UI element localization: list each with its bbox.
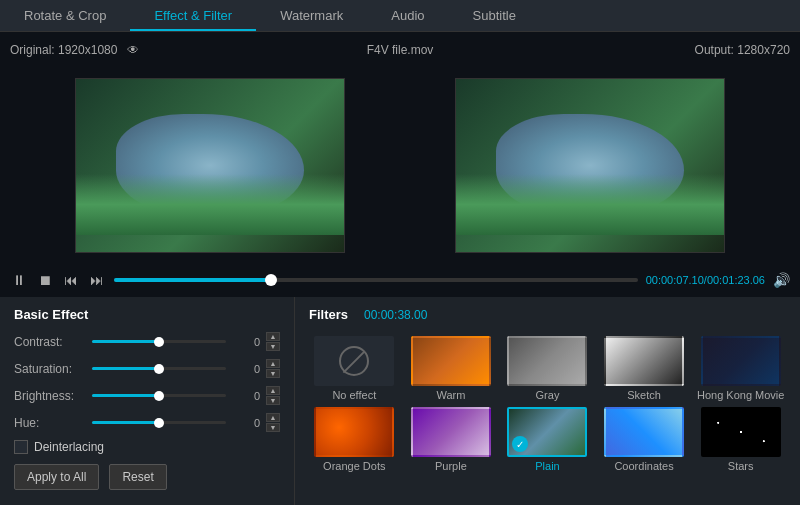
action-buttons: Apply to All Reset bbox=[14, 464, 280, 490]
filter-grid: No effect Warm Gray Sketch Hong Kong Mov… bbox=[309, 336, 786, 472]
brightness-thumb bbox=[154, 391, 164, 401]
saturation-slider[interactable] bbox=[92, 367, 226, 370]
filter-label-coordinates: Coordinates bbox=[614, 460, 673, 472]
apply-to-all-button[interactable]: Apply to All bbox=[14, 464, 99, 490]
saturation-fill bbox=[92, 367, 159, 370]
filter-label-plain: Plain bbox=[535, 460, 559, 472]
hue-label: Hue: bbox=[14, 416, 86, 430]
prev-button[interactable]: ⏮ bbox=[62, 270, 80, 290]
filter-thumb-orange-dots bbox=[314, 407, 394, 457]
tab-audio[interactable]: Audio bbox=[367, 2, 448, 31]
contrast-thumb bbox=[154, 337, 164, 347]
pause-button[interactable]: ⏸ bbox=[10, 270, 28, 290]
filter-thumb-plain: ✓ bbox=[507, 407, 587, 457]
hue-down[interactable]: ▼ bbox=[266, 423, 280, 432]
filter-thumb-stars bbox=[701, 407, 781, 457]
contrast-slider[interactable] bbox=[92, 340, 226, 343]
selected-checkmark: ✓ bbox=[512, 436, 528, 452]
saturation-value: 0 bbox=[232, 363, 260, 375]
filter-item-sketch[interactable]: Sketch bbox=[599, 336, 690, 401]
reset-button[interactable]: Reset bbox=[109, 464, 166, 490]
tab-bar: Rotate & Crop Effect & Filter Watermark … bbox=[0, 0, 800, 32]
contrast-value: 0 bbox=[232, 336, 260, 348]
filter-label-orange-dots: Orange Dots bbox=[323, 460, 385, 472]
contrast-down[interactable]: ▼ bbox=[266, 342, 280, 351]
hue-spinner[interactable]: ▲ ▼ bbox=[266, 413, 280, 432]
contrast-fill bbox=[92, 340, 159, 343]
brightness-up[interactable]: ▲ bbox=[266, 386, 280, 395]
brightness-label: Brightness: bbox=[14, 389, 86, 403]
deinterlace-row: Deinterlacing bbox=[14, 440, 280, 454]
filter-label-gray: Gray bbox=[536, 389, 560, 401]
filter-item-orange-dots[interactable]: Orange Dots bbox=[309, 407, 400, 472]
video-section bbox=[0, 68, 800, 263]
video-thumb-original bbox=[76, 79, 344, 252]
filter-label-purple: Purple bbox=[435, 460, 467, 472]
filter-item-gray[interactable]: Gray bbox=[502, 336, 593, 401]
basic-effect-panel: Basic Effect Contrast: 0 ▲ ▼ Saturation:… bbox=[0, 297, 295, 505]
filter-thumb-no-effect bbox=[314, 336, 394, 386]
contrast-label: Contrast: bbox=[14, 335, 86, 349]
filter-label-no-effect: No effect bbox=[332, 389, 376, 401]
filters-title: Filters bbox=[309, 307, 348, 322]
filters-time-badge: 00:00:38.00 bbox=[364, 308, 427, 322]
filter-item-warm[interactable]: Warm bbox=[406, 336, 497, 401]
volume-icon[interactable]: 🔊 bbox=[773, 272, 790, 288]
progress-bar[interactable] bbox=[114, 278, 638, 282]
hue-up[interactable]: ▲ bbox=[266, 413, 280, 422]
saturation-down[interactable]: ▼ bbox=[266, 369, 280, 378]
brightness-slider[interactable] bbox=[92, 394, 226, 397]
filters-panel: Filters 00:00:38.00 No effect Warm Gray bbox=[295, 297, 800, 505]
filter-item-stars[interactable]: Stars bbox=[695, 407, 786, 472]
filter-item-plain[interactable]: ✓ Plain bbox=[502, 407, 593, 472]
video-preview-original bbox=[75, 78, 345, 253]
hue-value: 0 bbox=[232, 417, 260, 429]
saturation-row: Saturation: 0 ▲ ▼ bbox=[14, 359, 280, 378]
filter-thumb-coordinates bbox=[604, 407, 684, 457]
progress-thumb bbox=[265, 274, 277, 286]
filter-label-stars: Stars bbox=[728, 460, 754, 472]
filter-thumb-gray bbox=[507, 336, 587, 386]
contrast-spinner[interactable]: ▲ ▼ bbox=[266, 332, 280, 351]
output-label: Output: 1280x720 bbox=[695, 43, 790, 57]
file-label: F4V file.mov bbox=[367, 43, 434, 57]
filter-thumb-warm bbox=[411, 336, 491, 386]
deinterlace-checkbox[interactable] bbox=[14, 440, 28, 454]
deinterlace-label: Deinterlacing bbox=[34, 440, 104, 454]
playback-bar: ⏸ ⏹ ⏮ ⏭ 00:00:07.10/00:01:23.06 🔊 bbox=[0, 263, 800, 297]
stop-button[interactable]: ⏹ bbox=[36, 270, 54, 290]
filter-item-no-effect[interactable]: No effect bbox=[309, 336, 400, 401]
brightness-down[interactable]: ▼ bbox=[266, 396, 280, 405]
filter-label-sketch: Sketch bbox=[627, 389, 661, 401]
hue-row: Hue: 0 ▲ ▼ bbox=[14, 413, 280, 432]
filter-thumb-hk-movie bbox=[701, 336, 781, 386]
tab-watermark[interactable]: Watermark bbox=[256, 2, 367, 31]
contrast-up[interactable]: ▲ bbox=[266, 332, 280, 341]
progress-fill bbox=[114, 278, 271, 282]
next-button[interactable]: ⏭ bbox=[88, 270, 106, 290]
video-thumb-output bbox=[456, 79, 724, 252]
filter-thumb-purple bbox=[411, 407, 491, 457]
tab-rotate-crop[interactable]: Rotate & Crop bbox=[0, 2, 130, 31]
tab-effect-filter[interactable]: Effect & Filter bbox=[130, 2, 256, 31]
saturation-spinner[interactable]: ▲ ▼ bbox=[266, 359, 280, 378]
filter-thumb-sketch bbox=[604, 336, 684, 386]
saturation-thumb bbox=[154, 364, 164, 374]
hue-slider[interactable] bbox=[92, 421, 226, 424]
video-preview-output bbox=[455, 78, 725, 253]
original-label: Original: 1920x1080 bbox=[10, 43, 117, 57]
filter-label-warm: Warm bbox=[436, 389, 465, 401]
basic-effect-title: Basic Effect bbox=[14, 307, 280, 322]
hue-thumb bbox=[154, 418, 164, 428]
eye-icon[interactable]: 👁 bbox=[127, 43, 139, 57]
filter-item-purple[interactable]: Purple bbox=[406, 407, 497, 472]
brightness-fill bbox=[92, 394, 159, 397]
tab-subtitle[interactable]: Subtitle bbox=[449, 2, 540, 31]
brightness-value: 0 bbox=[232, 390, 260, 402]
contrast-row: Contrast: 0 ▲ ▼ bbox=[14, 332, 280, 351]
saturation-up[interactable]: ▲ bbox=[266, 359, 280, 368]
filter-item-hk-movie[interactable]: Hong Kong Movie bbox=[695, 336, 786, 401]
brightness-spinner[interactable]: ▲ ▼ bbox=[266, 386, 280, 405]
preview-area: Original: 1920x1080 👁 F4V file.mov Outpu… bbox=[0, 32, 800, 68]
filter-item-coordinates[interactable]: Coordinates bbox=[599, 407, 690, 472]
